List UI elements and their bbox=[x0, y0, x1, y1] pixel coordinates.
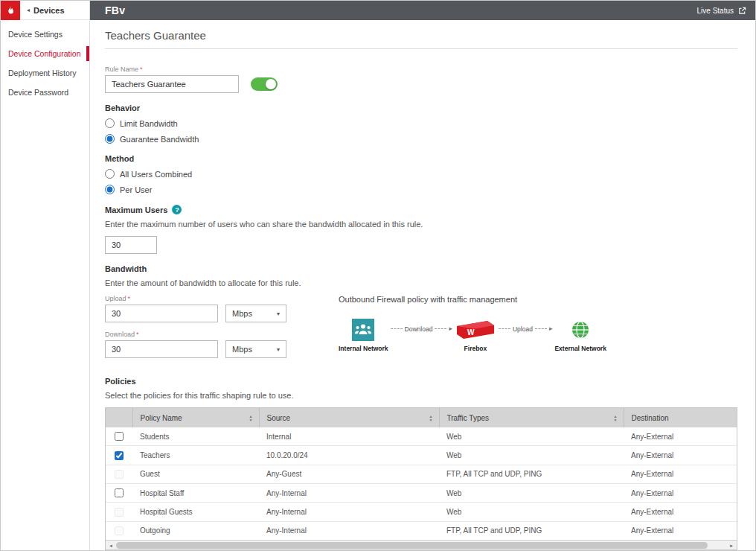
policy-destination-cell: Any-External bbox=[624, 484, 737, 503]
per-user-radio[interactable] bbox=[105, 185, 115, 194]
policy-row[interactable]: Hospital Staff Any-Internal Web Any-Exte… bbox=[106, 484, 737, 503]
external-network-label: External Network bbox=[554, 345, 606, 352]
svg-text:W: W bbox=[467, 328, 475, 337]
sort-icon[interactable]: ▲▼ bbox=[429, 415, 433, 421]
rule-name-row bbox=[105, 75, 737, 93]
radio-limit-bandwidth[interactable]: Limit Bandwidth bbox=[105, 118, 737, 128]
download-label-text: Download bbox=[105, 331, 135, 338]
column-header-label: Destination bbox=[632, 414, 669, 422]
column-header-traffic-types[interactable]: Traffic Types▲▼ bbox=[439, 408, 624, 427]
policy-checkbox[interactable] bbox=[115, 526, 124, 535]
policies-header-row: Policy Name▲▼Source▲▼Traffic Types▲▼Dest… bbox=[106, 408, 737, 427]
scrollbar-track[interactable] bbox=[116, 541, 726, 550]
device-title: FBv bbox=[105, 4, 125, 16]
flame-icon bbox=[5, 4, 16, 16]
maximum-users-input[interactable] bbox=[105, 236, 157, 254]
page-title: Teachers Guarantee bbox=[105, 29, 737, 49]
rule-name-label: Rule Name* bbox=[105, 66, 737, 73]
sidebar-item-deployment-history[interactable]: Deployment History bbox=[1, 63, 89, 83]
upload-connector: Upload ▸ bbox=[499, 325, 552, 333]
policy-row[interactable]: Outgoing Any-Internal FTP, All TCP and U… bbox=[106, 521, 737, 540]
policy-traffic-cell: FTP, All TCP and UDP, PING bbox=[439, 521, 624, 540]
policy-checkbox[interactable] bbox=[115, 432, 124, 441]
rule-name-label-text: Rule Name bbox=[105, 66, 138, 73]
policy-traffic-cell: Web bbox=[439, 446, 624, 465]
maximum-users-section-label: Maximum Users ? bbox=[105, 205, 737, 214]
traffic-diagram: Outbound Firewall policy with traffic ma… bbox=[339, 295, 606, 352]
policy-checkbox[interactable] bbox=[115, 488, 124, 497]
sidebar: ◂ Devices Device SettingsDevice Configur… bbox=[1, 1, 90, 550]
download-connector-label: Download bbox=[405, 325, 433, 333]
limit-bandwidth-radio[interactable] bbox=[105, 118, 115, 128]
policy-checkbox[interactable] bbox=[115, 508, 124, 517]
sidebar-item-device-settings[interactable]: Device Settings bbox=[1, 25, 89, 44]
policy-row[interactable]: Teachers 10.0.20.0/24 Web Any-External bbox=[106, 446, 737, 465]
radio-label: Guarantee Bandwidth bbox=[120, 135, 199, 144]
sidebar-nav: Device SettingsDevice ConfigurationDeplo… bbox=[1, 20, 89, 102]
policy-destination-cell: Any-External bbox=[624, 503, 737, 521]
upload-input[interactable] bbox=[105, 305, 218, 322]
policy-traffic-cell: Web bbox=[439, 484, 624, 503]
firebox-node: W Firebox bbox=[455, 319, 496, 352]
rule-enabled-toggle[interactable] bbox=[251, 77, 278, 91]
policies-description: Select the policies for this traffic sha… bbox=[105, 391, 737, 400]
scroll-left-arrow[interactable]: ◂ bbox=[106, 541, 116, 550]
horizontal-scrollbar[interactable]: ◂ ▸ bbox=[106, 540, 737, 550]
watchguard-flame-logo[interactable] bbox=[1, 1, 20, 20]
column-header-destination: Destination bbox=[624, 408, 737, 427]
scroll-right-arrow[interactable]: ▸ bbox=[726, 541, 737, 550]
internal-network-icon bbox=[352, 319, 374, 341]
radio-guarantee-bandwidth[interactable]: Guarantee Bandwidth bbox=[105, 134, 737, 144]
all-users-combined-radio[interactable] bbox=[105, 169, 115, 179]
maximum-users-label-text: Maximum Users bbox=[105, 206, 167, 214]
policy-row[interactable]: Hospital Guests Any-Internal Web Any-Ext… bbox=[106, 503, 737, 521]
policy-row[interactable]: Guest Any-Guest FTP, All TCP and UDP, PI… bbox=[106, 465, 737, 483]
policy-checkbox[interactable] bbox=[115, 470, 124, 479]
upload-label: Upload* bbox=[105, 295, 300, 302]
column-header-policy-name[interactable]: Policy Name▲▼ bbox=[132, 408, 259, 427]
sidebar-item-device-password[interactable]: Device Password bbox=[1, 83, 89, 102]
required-marker: * bbox=[140, 66, 143, 73]
sidebar-title: Devices bbox=[33, 6, 65, 15]
policies-table: Policy Name▲▼Source▲▼Traffic Types▲▼Dest… bbox=[105, 407, 737, 550]
rule-name-input[interactable] bbox=[105, 75, 239, 93]
diagram-title: Outbound Firewall policy with traffic ma… bbox=[339, 295, 606, 304]
bandwidth-area: Upload* Mbps ▾ Download* bbox=[105, 295, 737, 366]
help-icon[interactable]: ? bbox=[172, 205, 182, 214]
policy-traffic-cell: FTP, All TCP and UDP, PING bbox=[439, 465, 624, 483]
column-header-label: Traffic Types bbox=[447, 414, 490, 422]
policy-source-cell: 10.0.20.0/24 bbox=[259, 446, 439, 465]
policy-checkbox[interactable] bbox=[115, 451, 124, 460]
external-link-icon bbox=[738, 7, 746, 15]
scrollbar-thumb[interactable] bbox=[116, 542, 708, 549]
live-status-link[interactable]: Live Status bbox=[697, 7, 746, 15]
bandwidth-inputs: Upload* Mbps ▾ Download* bbox=[105, 295, 300, 366]
sidebar-item-device-configuration[interactable]: Device Configuration bbox=[1, 44, 89, 63]
download-unit-select[interactable]: Mbps ▾ bbox=[225, 340, 286, 358]
sidebar-header: ◂ Devices bbox=[1, 1, 89, 20]
diagram-row: Internal Network Download ▸ bbox=[339, 319, 606, 352]
policy-name-cell: Outgoing bbox=[132, 521, 259, 540]
download-input[interactable] bbox=[105, 340, 218, 358]
policy-name-cell: Guest bbox=[132, 465, 259, 483]
guarantee-bandwidth-radio[interactable] bbox=[105, 134, 115, 144]
column-header-label: Policy Name bbox=[141, 414, 182, 422]
method-section-label: Method bbox=[105, 154, 737, 163]
dashed-line bbox=[535, 328, 547, 329]
sort-icon[interactable]: ▲▼ bbox=[614, 415, 618, 421]
upload-unit-select[interactable]: Mbps ▾ bbox=[225, 305, 286, 322]
policy-row[interactable]: Students Internal Web Any-External bbox=[106, 427, 737, 446]
column-header-source[interactable]: Source▲▼ bbox=[259, 408, 439, 427]
firebox-label: Firebox bbox=[464, 345, 487, 352]
arrow-right-icon: ▸ bbox=[549, 325, 553, 332]
upload-unit-value: Mbps bbox=[232, 309, 252, 318]
arrow-right-icon: ▸ bbox=[449, 325, 452, 332]
radio-per-user[interactable]: Per User bbox=[105, 185, 737, 194]
download-label: Download* bbox=[105, 331, 300, 338]
back-arrow-icon[interactable]: ◂ bbox=[27, 7, 30, 13]
radio-label: All Users Combined bbox=[120, 170, 192, 179]
sort-icon[interactable]: ▲▼ bbox=[249, 415, 253, 421]
select-column-header bbox=[106, 408, 132, 427]
radio-all-users-combined[interactable]: All Users Combined bbox=[105, 169, 737, 179]
upload-row: Mbps ▾ bbox=[105, 305, 300, 322]
